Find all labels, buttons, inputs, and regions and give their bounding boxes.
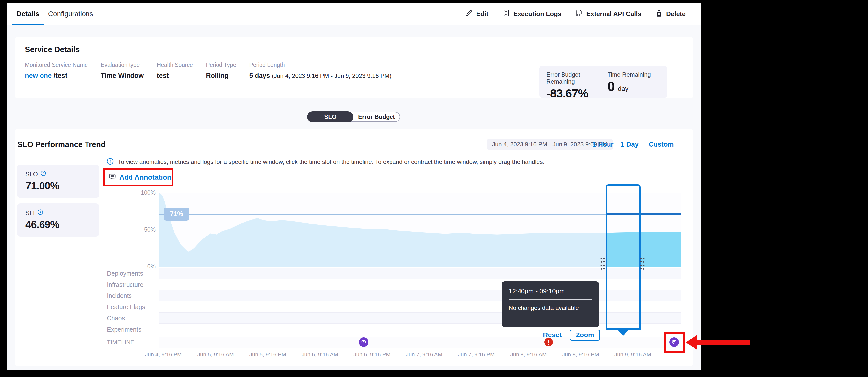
x-tick-label: Jun 5, 9:16 PM [240,351,295,358]
range-link-custom[interactable]: Custom [649,141,674,148]
edit-button[interactable]: Edit [465,9,489,19]
field-value: Rolling [206,72,236,80]
range-link-1hour[interactable]: 1 Hour [592,141,614,148]
annotation-highlight-box-marker [664,332,685,353]
field-label: Monitored Service Name [25,62,88,68]
delete-button[interactable]: Delete [655,9,686,19]
stat-label: Time Remaining [608,71,660,78]
field-label: Evaluation type [101,62,144,68]
field-monitored-service: Monitored Service Name new one /test [25,62,88,80]
field-period-length: Period Length 5 days (Jun 4, 2023 9:16 P… [249,62,391,80]
zoom-button[interactable]: Zoom [570,329,600,341]
annotation-chat-icon [361,340,366,345]
lane-label-incidents: Incidents [107,290,158,302]
tooltip-time-range: 12:40pm - 09:10pm [508,287,592,295]
field-label: Period Type [206,62,236,68]
timeline-label: TIMELINE [107,337,134,348]
slo-card-value: 71.00% [25,180,91,192]
field-period-type: Period Type Rolling [206,62,236,80]
tooltip-divider [508,299,592,300]
x-tick-label: Jun 4, 9:16 PM [136,351,191,358]
annotation-arrow [696,340,750,345]
slo-card-label: SLO [25,171,38,178]
range-link-1day[interactable]: 1 Day [621,141,639,148]
add-annotation-label: Add Annotation [119,174,171,181]
lane-feature-flags [159,302,681,313]
slo-card: SLO 71.00% [17,164,99,198]
x-tick-label: Jun 9, 9:16 AM [606,351,660,358]
lane-label-chaos-experiments: Chaos Experiments [107,313,158,324]
tab-configurations[interactable]: Configurations [44,3,98,25]
toggle-option-slo[interactable]: SLO [307,111,353,122]
timeline-marker-error[interactable] [545,338,553,346]
time-window-selection[interactable] [606,184,641,329]
top-bar: Details Configurations Edit Execution Lo… [7,3,701,25]
sli-card-value: 46.69% [25,219,91,231]
document-api-icon [575,9,583,19]
x-tick-label: Jun 6, 9:16 PM [345,351,399,358]
field-value: test [157,72,193,80]
trend-title: SLO Performance Trend [18,140,106,149]
tab-details[interactable]: Details [12,3,44,25]
lane-label-infrastructure: Infrastructure [107,279,158,290]
external-api-calls-button[interactable]: External API Calls [575,9,641,19]
period-length-value: 5 days [249,72,270,79]
selection-pointer [618,329,629,336]
drag-handle-left[interactable] [599,256,605,270]
annotation-arrow-head [686,335,697,350]
timeline-hint-text: To view anomalies, metrics and logs for … [118,158,545,165]
x-tick-label: Jun 8, 9:16 PM [553,351,608,358]
slo-target-badge: 71% [163,208,189,221]
error-budget-remaining-card: Error Budget Remaining -83.67% [539,66,606,98]
add-annotation-button[interactable]: Add Annotation [108,173,171,182]
x-tick-label: Jun 6, 9:16 AM [292,351,347,358]
view-toggle-pill: SLO Error Budget [308,112,400,122]
toggle-option-error-budget[interactable]: Error Budget [353,112,400,121]
sli-card: SLI 46.69% [17,203,99,237]
lane-chaos-experiments [159,313,681,324]
document-icon [502,9,510,19]
x-tick-label: Jun 7, 9:16 PM [449,351,504,358]
time-remaining-unit: day [618,85,628,93]
chat-bubble-icon [108,173,116,182]
annotation-highlight-box: Add Annotation [103,168,173,186]
monitored-service-link[interactable]: new one [25,72,52,79]
pencil-icon [465,9,473,19]
x-tick-label: Jun 5, 9:16 AM [188,351,243,358]
lane-infrastructure [159,279,681,290]
field-evaluation-type: Evaluation type Time Window [101,62,144,80]
error-budget-remaining-value: -83.67% [546,87,598,100]
gridline-50 [159,230,681,230]
lane-label-deployments: Deployments [107,268,158,279]
sli-card-label: SLI [25,210,35,217]
lane-label-feature-flags: Feature Flags [107,302,158,313]
service-details-title: Service Details [25,45,80,54]
lane-incidents [159,290,681,302]
execution-logs-label: Execution Logs [513,10,561,18]
field-label: Period Length [249,62,391,68]
info-icon[interactable] [37,209,43,217]
x-tick-label: Jun 7, 9:16 AM [397,351,452,358]
service-details-card: Service Details Monitored Service Name n… [15,37,693,98]
info-icon[interactable] [40,170,46,178]
slo-target-line [159,214,606,215]
trash-icon [655,9,663,19]
field-health-source: Health Source test [157,62,193,80]
header-actions: Edit Execution Logs External API Calls D… [465,9,686,19]
y-tick-50: 50% [134,226,156,233]
edit-label: Edit [476,10,489,18]
view-toggle: SLO Error Budget [7,112,701,122]
external-api-calls-label: External API Calls [586,10,641,18]
changes-tooltip: 12:40pm - 09:10pm No changes data availa… [502,281,599,327]
drag-handle-right[interactable] [639,256,645,270]
time-remaining-value: 0 [608,78,615,94]
delete-label: Delete [666,10,686,18]
tab-bar: Details Configurations [12,3,97,25]
reset-button[interactable]: Reset [543,331,562,339]
info-icon[interactable] [106,158,114,165]
app-panel: Details Configurations Edit Execution Lo… [7,3,701,370]
field-value: Time Window [101,72,144,80]
execution-logs-button[interactable]: Execution Logs [502,9,561,19]
monitored-service-path: /test [54,72,68,79]
y-tick-100: 100% [134,189,156,196]
